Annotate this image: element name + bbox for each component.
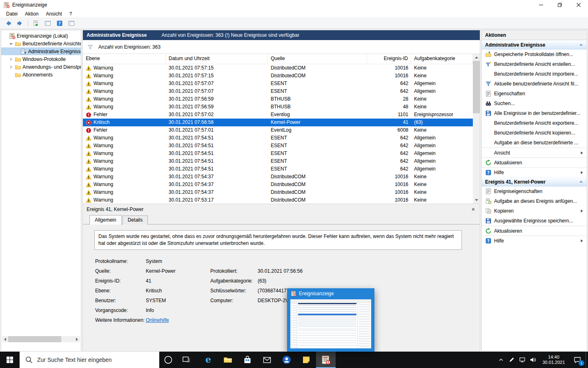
toolbar-button-console-window-icon[interactable] — [67, 19, 76, 27]
event-row-15[interactable]: Warnung30.01.2021 07:54:37DistributedCOM… — [83, 181, 473, 188]
event-row-10[interactable]: Warnung30.01.2021 07:54:51ESENT642Allgem… — [83, 142, 473, 150]
cortana-button[interactable] — [159, 352, 177, 368]
action-section-header-0[interactable]: Administrative Ereignisse — [482, 40, 587, 49]
event-row-1[interactable]: Warnung30.01.2021 07:57:15DistributedCOM… — [83, 72, 473, 80]
event-row-5[interactable]: Warnung30.01.2021 07:56:59BTHUSB48Keine — [83, 103, 473, 111]
event-row-8[interactable]: Fehler30.01.2021 07:57:01EventLog6008Kei… — [83, 126, 473, 134]
tab-1[interactable]: Details — [122, 215, 148, 224]
taskbar-clock[interactable]: 14:40 30.01.2021 — [538, 355, 569, 365]
taskbar-app-store[interactable] — [238, 352, 257, 368]
restore-button[interactable] — [550, 0, 569, 10]
event-row-11[interactable]: Warnung30.01.2021 07:54:51ESENT642Allgem… — [83, 150, 473, 157]
event-row-0[interactable]: Warnung30.01.2021 07:57:15DistributedCOM… — [83, 64, 473, 72]
action-center-button[interactable]: 1 — [569, 352, 586, 368]
tray-button-chevron-up-icon[interactable] — [496, 352, 506, 368]
search-input[interactable] — [37, 357, 159, 363]
chevron-expanded-icon[interactable] — [9, 41, 13, 46]
menu-item-0[interactable]: Datei — [2, 10, 21, 18]
scroll-left-button[interactable] — [2, 336, 8, 342]
action-item-1-5[interactable]: ?Hilfe — [482, 236, 587, 245]
task-view-button[interactable] — [177, 352, 195, 368]
scrollbar-thumb[interactable] — [473, 61, 480, 113]
action-item-0-9[interactable]: Aufgabe an diese benutzerdefinierte ... — [482, 138, 587, 148]
menu-item-3[interactable]: ? — [66, 10, 76, 18]
chevron-collapsed-icon[interactable] — [9, 65, 13, 70]
column-header-0[interactable]: Ebene — [83, 54, 166, 64]
scroll-up-button[interactable] — [473, 54, 480, 61]
tree-item-1[interactable]: Benutzerdefinierte Ansichten — [1, 40, 81, 47]
event-row-13[interactable]: Warnung30.01.2021 07:54:51ESENT642Allgem… — [83, 165, 473, 173]
action-item-0-4[interactable]: Eigenschaften — [482, 89, 587, 99]
taskbar-app-event-viewer[interactable] — [316, 352, 336, 368]
taskbar-app-people[interactable] — [277, 352, 296, 368]
action-item-0-12[interactable]: ?Hilfe — [482, 167, 587, 177]
tree-item-3[interactable]: Windows-Protokolle — [1, 55, 81, 63]
action-item-0-10[interactable]: Ansicht — [482, 148, 587, 157]
taskbar-app-mail[interactable] — [257, 352, 277, 368]
action-item-1-0[interactable]: Ereigniseigenschaften — [482, 186, 587, 196]
taskbar-thumbnail-preview[interactable]: Ereignisanzeige — [287, 288, 374, 352]
action-item-1-2[interactable]: Kopieren — [482, 206, 587, 216]
event-row-14[interactable]: Warnung30.01.2021 07:54:37DistributedCOM… — [83, 173, 473, 181]
close-details-button[interactable]: × — [472, 206, 475, 212]
action-item-0-11[interactable]: Aktualisieren — [482, 157, 587, 167]
toolbar-button-export-doc-icon[interactable] — [32, 19, 40, 27]
action-section-header-1[interactable]: Ereignis 41, Kernel-Power — [482, 177, 587, 186]
column-header-3[interactable]: Ereignis-ID — [367, 54, 411, 64]
show-desktop-button[interactable] — [586, 352, 588, 368]
start-button[interactable] — [0, 352, 20, 368]
action-item-0-0[interactable]: Gespeicherte Protokolldatei öffnen... — [482, 49, 587, 59]
preview-thumbnail[interactable] — [290, 299, 371, 348]
event-row-17[interactable]: Warnung30.01.2021 07:53:17DistributedCOM… — [83, 196, 473, 204]
taskbar-app-sticky-notes[interactable] — [296, 352, 316, 368]
toolbar-button-back-icon[interactable] — [4, 19, 12, 27]
taskbar-app-explorer[interactable] — [218, 352, 238, 368]
action-item-0-5[interactable]: Suchen... — [482, 99, 587, 108]
title-bar[interactable]: Ereignisanzeige — [0, 0, 588, 10]
event-row-9[interactable]: Warnung30.01.2021 07:54:51ESENT642Allgem… — [83, 134, 473, 142]
close-button[interactable] — [569, 0, 588, 10]
event-row-4[interactable]: Warnung30.01.2021 07:56:59BTHUSB28Keine — [83, 95, 473, 103]
event-row-6[interactable]: Fehler30.01.2021 07:57:02Eventlog1101Ere… — [83, 111, 473, 119]
event-row-7[interactable]: Kritisch30.01.2021 07:56:56Kernel-Power4… — [83, 119, 473, 126]
action-item-0-1[interactable]: Benutzerdefinierte Ansicht erstellen... — [482, 59, 587, 69]
tree-item-2[interactable]: Administrative Ereignisse — [1, 47, 81, 55]
action-item-0-3[interactable]: Aktuelle benutzerdefinierte Ansicht fil.… — [482, 79, 587, 89]
taskbar-search[interactable] — [20, 352, 159, 368]
tree-item-0[interactable]: Ereignisanzeige (Lokal) — [1, 32, 81, 40]
column-header-4[interactable]: Aufgabenkategorie — [411, 54, 473, 64]
tree-item-4[interactable]: Anwendungs- und Dienstpro — [1, 63, 81, 71]
tree-item-5[interactable]: Abonnements — [1, 71, 81, 79]
action-item-0-6[interactable]: Alle Ereignisse in der benutzerdefinier.… — [482, 108, 587, 118]
chevron-collapsed-icon[interactable] — [9, 57, 13, 62]
tray-button-pen-icon[interactable] — [506, 352, 517, 368]
toolbar-button-help-icon[interactable]: ? — [56, 19, 64, 27]
action-item-1-3[interactable]: Ausgewählte Ereignisse speichern... — [482, 216, 587, 226]
collapse-up-icon[interactable] — [579, 180, 584, 184]
tab-0[interactable]: Allgemein — [89, 215, 122, 224]
events-vertical-scrollbar[interactable] — [473, 54, 480, 204]
online-help-link[interactable]: Onlinehilfe — [146, 317, 210, 323]
toolbar-button-forward-icon[interactable] — [16, 19, 24, 27]
toolbar-button-console-window-icon[interactable] — [44, 19, 52, 27]
event-row-16[interactable]: Warnung30.01.2021 07:54:37DistributedCOM… — [83, 188, 473, 196]
scrollbar-thumb[interactable] — [8, 336, 61, 342]
menu-item-1[interactable]: Aktion — [21, 10, 42, 18]
column-header-1[interactable]: Datum und Uhrzeit — [166, 54, 268, 64]
tree-horizontal-scrollbar[interactable] — [2, 336, 80, 342]
tray-button-network-icon[interactable] — [517, 352, 528, 368]
action-item-1-4[interactable]: Aktualisieren — [482, 226, 587, 236]
action-item-0-8[interactable]: Benutzerdefinierte Ansicht kopieren... — [482, 128, 587, 138]
action-item-1-1[interactable]: Aufgabe an dieses Ereignis anfügen... — [482, 196, 587, 206]
column-header-2[interactable]: Quelle — [268, 54, 367, 64]
menu-item-2[interactable]: Ansicht — [42, 10, 65, 18]
action-item-0-7[interactable]: Benutzerdefinierte Ansicht exportiere... — [482, 118, 587, 128]
action-item-0-2[interactable]: Benutzerdefinierte Ansicht importiere... — [482, 69, 587, 79]
event-row-12[interactable]: Warnung30.01.2021 07:54:51ESENT642Allgem… — [83, 157, 473, 165]
event-row-2[interactable]: Warnung30.01.2021 07:57:07ESENT642Allgem… — [83, 80, 473, 88]
tray-button-volume-icon[interactable] — [528, 352, 538, 368]
scroll-right-button[interactable] — [74, 336, 80, 342]
minimize-button[interactable] — [532, 0, 550, 10]
taskbar-app-edge[interactable]: e — [198, 352, 218, 368]
event-row-3[interactable]: Warnung30.01.2021 07:57:07ESENT642Allgem… — [83, 88, 473, 95]
